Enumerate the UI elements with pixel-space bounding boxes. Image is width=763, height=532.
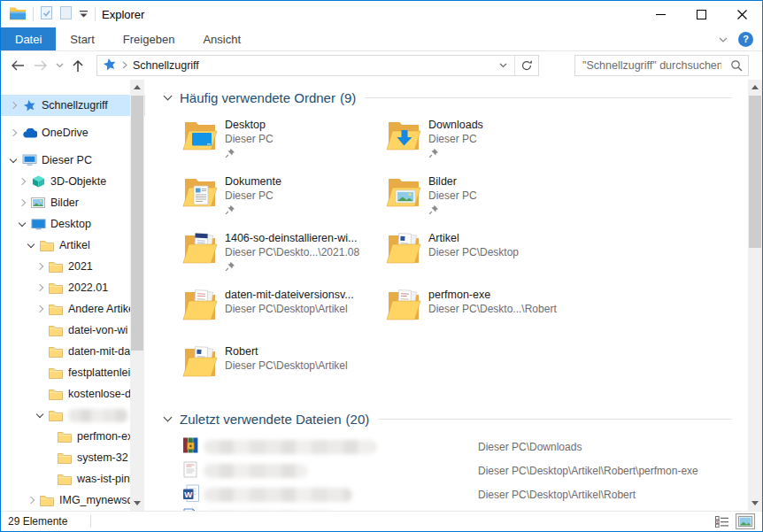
section-header-recent[interactable]: Zuletzt verwendete Dateien (20) [163, 410, 732, 428]
frequent-folder-bilder[interactable]: Bilder Dieser PC [386, 174, 590, 231]
scroll-down-icon[interactable] [130, 496, 144, 511]
pictures-icon [30, 197, 46, 208]
expand-chevron-icon[interactable] [18, 198, 27, 207]
sidebar-item-3d-objekte[interactable]: 3D-Objekte [1, 171, 145, 192]
section-header-frequent[interactable]: Häufig verwendete Ordner (9) [163, 89, 732, 106]
tab-datei[interactable]: Datei [1, 27, 56, 50]
frequent-folder-desktop[interactable]: Desktop Dieser PC [182, 118, 386, 174]
sidebar-item-festplattenleistung[interactable]: festplattenleis [1, 362, 145, 383]
address-bar[interactable]: Schnellzugriff [96, 55, 539, 76]
sidebar-scrollbar[interactable] [130, 80, 144, 511]
sidebar-item-label: OneDrive [42, 127, 89, 139]
collapse-chevron-icon[interactable] [9, 156, 18, 165]
sidebar-item-andere-artikel[interactable]: Andere Artike [1, 298, 145, 320]
titlebar: Explorer [1, 1, 762, 27]
sidebar-item-onedrive[interactable]: OneDrive [1, 122, 145, 143]
recent-locations-dropdown-icon[interactable] [52, 54, 66, 77]
folder-path: Dieser PC\Desktop [428, 245, 519, 259]
scroll-up-icon[interactable] [130, 80, 144, 95]
back-icon[interactable] [6, 54, 29, 77]
expand-chevron-icon[interactable] [27, 496, 35, 505]
up-icon[interactable] [66, 54, 89, 77]
sidebar-item-kostenlose[interactable]: kostenlose-da [1, 383, 145, 405]
ribbon-collapse-icon[interactable] [719, 33, 728, 45]
tab-ansicht[interactable]: Ansicht [189, 27, 255, 50]
search-box [574, 55, 749, 76]
sidebar-item-daten-mit[interactable]: daten-mit-da [1, 341, 145, 362]
collapse-chevron-icon[interactable] [18, 220, 27, 228]
expand-chevron-icon[interactable] [35, 283, 44, 292]
quick-access-toolbar [1, 5, 96, 23]
frequent-folder-downloads[interactable]: Downloads Dieser PC [386, 118, 590, 174]
minimize-button[interactable] [640, 1, 681, 27]
refresh-icon[interactable] [514, 56, 538, 75]
frequent-folder-1406[interactable]: 1406-so-deinstallieren-wi... Dieser PC\D… [182, 231, 386, 288]
sidebar-item-perfmon[interactable]: perfmon-ex [1, 426, 145, 447]
details-view-button[interactable] [713, 514, 731, 529]
customize-qat-dropdown-icon[interactable] [79, 8, 89, 20]
forward-icon[interactable] [29, 54, 52, 77]
section-collapse-icon[interactable] [163, 92, 173, 103]
sidebar-item-label: perfmon-ex [77, 430, 133, 443]
sidebar-item-was-ist-ping[interactable]: was-ist-ping [1, 468, 145, 490]
sidebar-item-img-mynewsd[interactable]: IMG_mynewsd [1, 490, 145, 511]
sidebar-item-blurred-folder[interactable] [1, 405, 145, 426]
folder-path: Dieser PC [225, 132, 274, 146]
scrollbar-thumb[interactable] [131, 96, 143, 351]
expand-chevron-icon[interactable] [9, 128, 18, 137]
section-count: (20) [346, 412, 370, 427]
desktop-monitor-icon [30, 219, 46, 230]
separator [95, 7, 96, 21]
scroll-down-icon[interactable] [748, 496, 762, 511]
frequent-folder-perfmon[interactable]: perfmon-exe Dieser PC\Deskto...\Robert [386, 288, 590, 344]
sidebar-item-datei-von[interactable]: datei-von-wi [1, 320, 145, 341]
search-icon[interactable] [725, 59, 748, 72]
blurred-filename [204, 488, 352, 502]
main-scrollbar[interactable] [748, 80, 762, 511]
help-icon[interactable] [738, 32, 753, 47]
sidebar-item-2021[interactable]: 2021 [1, 256, 145, 277]
recent-file-row[interactable]: W Dieser PC\Desktop\Artikel\Robert [182, 482, 732, 506]
expand-chevron-icon[interactable] [9, 101, 18, 110]
tab-start[interactable]: Start [56, 27, 108, 50]
frequent-folder-daten-mit[interactable]: daten-mit-dateiversionsv... Dieser PC\De… [182, 288, 386, 344]
sidebar-item-2022-01[interactable]: 2022.01 [1, 277, 145, 298]
sidebar-item-system-32[interactable]: system-32 [1, 447, 145, 468]
recent-file-row[interactable]: Dieser PC\Desktop\Artikel\Robert\perfmon… [182, 459, 732, 482]
new-folder-button[interactable] [59, 5, 73, 23]
maximize-button[interactable] [681, 1, 721, 27]
close-button[interactable] [721, 1, 762, 27]
blurred-folder-name [68, 409, 128, 422]
sidebar-item-bilder[interactable]: Bilder [1, 192, 145, 213]
sidebar-item-label: kostenlose-da [68, 388, 137, 400]
expand-chevron-icon[interactable] [35, 262, 44, 271]
sidebar-item-artikel[interactable]: Artikel [1, 235, 145, 256]
properties-button[interactable] [40, 5, 53, 23]
scroll-up-icon[interactable] [748, 80, 762, 95]
address-dropdown-icon[interactable] [491, 56, 514, 75]
content-area: Schnellzugriff OneDrive Dieser PC [1, 80, 762, 511]
search-input[interactable] [575, 59, 725, 72]
scrollbar-thumb[interactable] [749, 96, 761, 248]
sidebar-item-label: 3D-Objekte [50, 175, 106, 188]
expand-chevron-icon[interactable] [18, 177, 27, 186]
folder-with-files-icon [182, 288, 218, 321]
expand-chevron-icon[interactable] [35, 305, 44, 313]
sidebar-item-label: was-ist-ping [77, 473, 136, 485]
sidebar-item-desktop[interactable]: Desktop [1, 213, 145, 235]
folder-icon [39, 495, 55, 506]
frequent-folder-robert[interactable]: Robert Dieser PC\Desktop\Artikel [182, 344, 386, 401]
tab-freigeben[interactable]: Freigeben [109, 27, 189, 50]
recent-file-row[interactable] [182, 506, 732, 511]
section-collapse-icon[interactable] [163, 413, 173, 424]
thumbnail-view-button[interactable] [736, 513, 755, 529]
recent-file-row[interactable]: Dieser PC\Downloads [182, 435, 732, 459]
collapse-chevron-icon[interactable] [27, 241, 35, 250]
collapse-chevron-icon[interactable] [35, 411, 44, 420]
quick-access-star-icon [103, 58, 117, 73]
breadcrumb-location[interactable]: Schnellzugriff [133, 59, 199, 72]
frequent-folder-artikel[interactable]: Artikel Dieser PC\Desktop [386, 231, 590, 288]
sidebar-item-schnellzugriff[interactable]: Schnellzugriff [1, 95, 145, 116]
frequent-folder-dokumente[interactable]: Dokumente Dieser PC [182, 174, 386, 231]
sidebar-item-dieser-pc[interactable]: Dieser PC [1, 150, 145, 171]
